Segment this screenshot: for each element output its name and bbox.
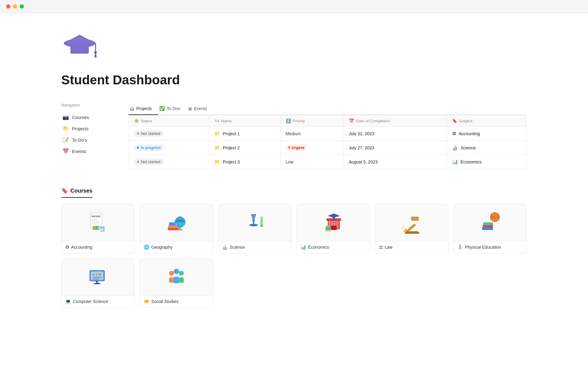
cell-priority: ‼ Urgent	[281, 141, 344, 155]
svg-point-5	[94, 51, 97, 54]
date-col-icon: 📅	[349, 118, 354, 123]
sidebar-projects-label: Projects	[72, 126, 89, 131]
card-label-text-accounting: Accounting	[71, 245, 92, 250]
tab-todos[interactable]: ✅ To Dos	[158, 103, 187, 115]
tab-events[interactable]: 🖥 Events	[186, 103, 213, 115]
cell-priority: Medium	[281, 127, 344, 141]
cell-priority: Low	[281, 155, 344, 169]
cell-subject: 📊Economics	[447, 155, 526, 169]
card-image-accounting: INVOICE $ ⚙	[62, 204, 134, 241]
svg-rect-68	[405, 232, 420, 234]
card-label-accounting: ⚙ Accounting	[62, 241, 134, 253]
courses-icon: 📷	[62, 114, 69, 121]
col-status: ✳️ Status	[129, 115, 209, 127]
card-image-computer-science	[62, 259, 134, 295]
cell-name[interactable]: 📁Project 1	[209, 127, 281, 141]
svg-rect-57	[326, 226, 330, 228]
cell-subject: ⚙Accounting	[447, 127, 526, 141]
sidebar-events-label: Events	[72, 149, 86, 154]
cell-name[interactable]: 📁Project 3	[209, 155, 281, 169]
svg-rect-24	[102, 230, 103, 230]
svg-rect-19	[100, 227, 104, 228]
card-label-text-law: Law	[385, 245, 393, 250]
svg-rect-13	[92, 222, 100, 223]
sidebar-item-todos[interactable]: 📝 To Do's	[61, 135, 110, 145]
svg-line-64	[402, 226, 405, 227]
course-card-law[interactable]: ⚖ Law	[375, 204, 448, 253]
cell-status: Not started	[129, 155, 209, 169]
maximize-button[interactable]	[20, 4, 24, 9]
card-label-social-studies: 🤝 Social Studies	[140, 295, 213, 307]
status-col-icon: ✳️	[134, 118, 139, 123]
card-label-text-social-studies: Social Studies	[151, 299, 179, 304]
table-row[interactable]: Not started📁Project 3LowAugust 5, 2023📊E…	[129, 155, 526, 169]
minimize-button[interactable]	[13, 4, 17, 9]
cell-status: In progress	[129, 141, 209, 155]
col-priority-label: Priority	[293, 119, 305, 123]
tab-events-icon: 🖥	[187, 106, 192, 111]
events-icon: 📅	[62, 148, 69, 155]
sidebar-todos-label: To Do's	[72, 137, 87, 143]
table-row[interactable]: Not started📁Project 1MediumJuly 31, 2023…	[129, 127, 526, 141]
projects-table: ✳️ Status Aa Name	[129, 115, 527, 169]
cell-subject: 🔬Science	[447, 141, 526, 155]
card-image-economics	[297, 204, 370, 241]
card-image-physical-education	[454, 204, 526, 241]
course-card-physical-education[interactable]: 🏃 Physical Education	[453, 204, 527, 253]
card-label-text-computer-science: Computer Science	[73, 299, 108, 304]
col-date-label: Date of Completion	[356, 119, 390, 123]
cell-name[interactable]: 📁Project 2	[209, 141, 281, 155]
title-bar	[0, 0, 588, 13]
card-label-icon-accounting: ⚙	[65, 244, 69, 250]
course-card-computer-science[interactable]: 💻 Computer Science	[61, 258, 135, 308]
courses-heading-icon: 🔖	[61, 187, 68, 194]
card-image-law	[375, 204, 448, 241]
sidebar-item-events[interactable]: 📅 Events	[61, 146, 110, 156]
col-date: 📅 Date of Completion	[344, 115, 447, 127]
cell-date: August 5, 2023	[344, 155, 447, 169]
card-image-science	[218, 204, 291, 241]
card-label-physical-education: 🏃 Physical Education	[454, 241, 526, 253]
svg-rect-14	[92, 223, 99, 224]
sidebar-heading: Navigation	[61, 103, 110, 107]
sidebar-item-courses[interactable]: 📷 Courses	[61, 112, 110, 122]
table-row[interactable]: In progress📁Project 2‼ UrgentJuly 27, 20…	[129, 141, 526, 155]
col-name-label: Name	[221, 119, 232, 123]
col-priority: ℹ️ Priority	[281, 115, 344, 127]
main-panel: 🗂 Projects ✅ To Dos 🖥 Events	[129, 103, 527, 169]
sidebar-courses-label: Courses	[72, 115, 89, 120]
priority-col-icon: ℹ️	[286, 118, 291, 123]
svg-point-84	[179, 271, 184, 276]
courses-section: 🔖 Courses INVOICE $ ⚙ ⚙ Accounting	[61, 187, 527, 308]
svg-point-46	[261, 224, 262, 224]
card-image-geography	[140, 204, 213, 241]
name-col-icon: Aa	[214, 119, 219, 123]
courses-cards-row1: INVOICE $ ⚙ ⚙ Accounting	[61, 204, 527, 253]
col-status-label: Status	[141, 119, 152, 123]
tab-projects[interactable]: 🗂 Projects	[129, 103, 158, 115]
todos-icon: 📝	[62, 137, 69, 143]
col-subject: 🔖 Subject	[447, 115, 526, 127]
projects-table-inner: ✳️ Status Aa Name	[129, 115, 526, 169]
course-card-social-studies[interactable]: 🤝 Social Studies	[140, 258, 213, 308]
close-button[interactable]	[6, 4, 10, 9]
svg-text:⚙: ⚙	[93, 227, 95, 228]
cell-date: July 27, 2023	[344, 141, 447, 155]
sidebar-item-projects[interactable]: 📁 Projects	[61, 124, 110, 134]
svg-point-82	[169, 271, 174, 276]
course-card-science[interactable]: 🔬 Science	[218, 204, 292, 253]
card-image-social-studies	[140, 259, 213, 295]
svg-rect-59	[333, 217, 335, 220]
col-subject-label: Subject	[459, 119, 472, 123]
svg-point-76	[96, 274, 98, 275]
course-card-geography[interactable]: 🌐 Geography	[140, 204, 213, 253]
cell-status: Not started	[129, 127, 209, 141]
course-card-economics[interactable]: 📊 Economics	[296, 204, 370, 253]
card-label-icon-law: ⚖	[379, 244, 383, 250]
svg-point-47	[260, 224, 261, 225]
svg-rect-62	[412, 217, 418, 220]
svg-rect-78	[92, 277, 102, 278]
course-card-accounting[interactable]: INVOICE $ ⚙ ⚙ Accounting	[61, 204, 135, 253]
svg-rect-12	[92, 220, 98, 221]
svg-rect-79	[92, 278, 99, 279]
